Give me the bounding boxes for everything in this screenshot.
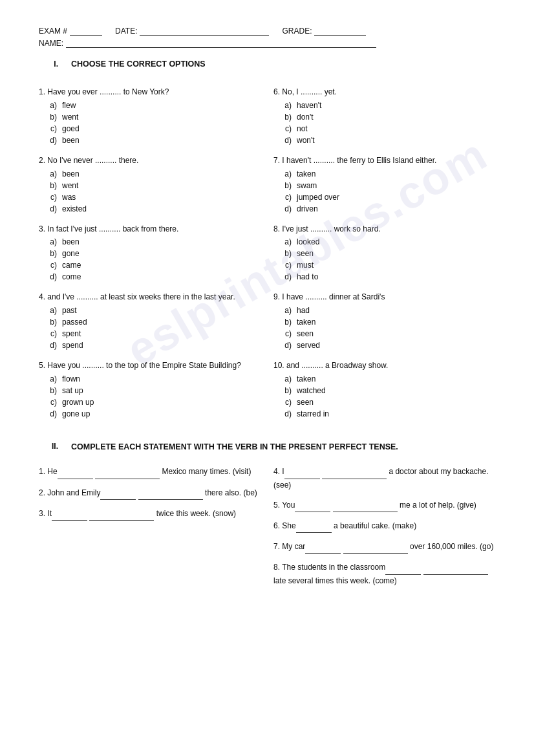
opt-text: seen (297, 328, 314, 340)
opt-label: d) (45, 408, 57, 420)
opt-label: a) (45, 236, 57, 248)
opt-label: d) (280, 271, 292, 283)
q-after: Mexico many times. (visit) (162, 467, 251, 476)
question-text: 4. and I've .......... at least six week… (39, 292, 261, 303)
q-after: there also. (be) (205, 488, 257, 497)
option-item: b)don't (280, 111, 495, 123)
question-text: 5. Have you .......... to the top of the… (39, 360, 261, 371)
question-block: 10. and .......... a Broadway show.a)tak… (273, 360, 495, 420)
option-item: c)grown up (45, 396, 261, 408)
name-line: NAME: (39, 38, 495, 48)
q-num: 1. (39, 467, 45, 476)
question-block: 3. In fact I've just .......... back fro… (39, 224, 261, 283)
opt-text: taken (297, 168, 315, 180)
opt-text: swam (297, 180, 317, 191)
opt-text: driven (297, 203, 318, 215)
fill-blank-question: 6. She a beautiful cake. (make) (273, 520, 495, 533)
grade-blank (314, 26, 366, 36)
option-item: c)jumped over (280, 191, 495, 203)
option-item: c)spent (45, 328, 261, 340)
option-item: c)seen (280, 328, 495, 340)
opt-label: a) (45, 100, 57, 111)
option-item: a)taken (280, 373, 495, 385)
section2-roman: II. (39, 442, 58, 451)
opt-text: gone up (62, 408, 90, 420)
opt-text: been (62, 236, 80, 248)
opt-label: b) (45, 180, 57, 191)
question-block: 1. Have you ever .......... to New York?… (39, 87, 261, 146)
opt-text: went (62, 111, 78, 123)
exam-blank (70, 26, 102, 36)
section2-title: COMPLETE EACH STATEMENT WITH THE VERB IN… (71, 442, 398, 453)
question-block: 2. No I've never .......... there.a)been… (39, 155, 261, 215)
fill-blank-question: 8. The students in the classroom late se… (273, 561, 495, 587)
opt-label: b) (280, 248, 292, 259)
section1-right-col: 6. No, I .......... yet.a)haven'tb)don't… (273, 87, 495, 429)
question-text: 3. In fact I've just .......... back fro… (39, 224, 261, 235)
blank1 (385, 561, 421, 574)
option-item: d)driven (280, 203, 495, 215)
section1-title: CHOOSE THE CORRECT OPTIONS (71, 59, 206, 69)
blank1 (52, 508, 87, 521)
opt-text: existed (62, 203, 87, 215)
opt-label: a) (280, 236, 292, 248)
opt-text: looked (297, 236, 319, 248)
option-item: c)was (45, 191, 261, 203)
q-num: 7. (273, 542, 280, 551)
q-text: It (47, 509, 52, 518)
question-block: 9. I have .......... dinner at Sardi'sa)… (273, 292, 495, 351)
q-after: twice this week. (snow) (156, 509, 236, 518)
option-item: c)came (45, 259, 261, 271)
option-item: b)gone (45, 248, 261, 259)
opt-label: c) (45, 328, 57, 340)
opt-label: c) (280, 396, 292, 408)
option-item: b)went (45, 111, 261, 123)
name-label: NAME: (39, 39, 63, 48)
opt-text: grown up (62, 396, 94, 408)
blank1 (305, 541, 341, 554)
date-label: DATE: (115, 27, 137, 36)
question-text: 6. No, I .......... yet. (273, 87, 495, 98)
blank2 (138, 487, 203, 500)
opt-text: spent (62, 328, 81, 340)
option-item: a)looked (280, 236, 495, 248)
opt-label: c) (280, 328, 292, 340)
option-item: d)come (45, 271, 261, 283)
opt-text: come (62, 271, 81, 283)
grade-field: GRADE: (282, 26, 366, 36)
blank1 (295, 499, 330, 512)
opt-label: d) (280, 408, 292, 420)
option-item: b)taken (280, 316, 495, 328)
opt-label: a) (45, 373, 57, 385)
blank1 (58, 466, 93, 479)
q-text: My car (282, 542, 305, 551)
opt-label: c) (280, 259, 292, 271)
opt-text: won't (297, 135, 315, 146)
section1-columns: 1. Have you ever .......... to New York?… (39, 87, 495, 429)
question-text: 7. I haven't .......... the ferry to Ell… (273, 155, 495, 166)
fill-blank-question: 5. You me a lot of help. (give) (273, 499, 495, 512)
opt-label: d) (45, 135, 57, 146)
opt-text: came (62, 259, 81, 271)
opt-label: c) (45, 123, 57, 135)
option-item: b)swam (280, 180, 495, 191)
opt-text: taken (297, 373, 315, 385)
section1-roman: I. (39, 59, 58, 69)
fill-blank-question: 4. I a doctor about my backache. (see) (273, 466, 495, 491)
fill-blank-question: 1. He Mexico many times. (visit) (39, 466, 261, 479)
question-block: 4. and I've .......... at least six week… (39, 292, 261, 351)
question-text: 2. No I've never .......... there. (39, 155, 261, 166)
opt-text: past (62, 305, 77, 316)
opt-text: passed (62, 316, 87, 328)
option-item: a)been (45, 168, 261, 180)
q-after: a beautiful cake. (make) (334, 521, 416, 530)
option-item: d)spend (45, 340, 261, 351)
opt-text: been (62, 168, 80, 180)
exam-field: EXAM # (39, 26, 102, 36)
opt-label: d) (280, 340, 292, 351)
blank2 (423, 561, 488, 574)
opt-text: sat up (62, 385, 83, 396)
exam-label: EXAM # (39, 27, 67, 36)
q-after: over 160,000 miles. (go) (410, 542, 493, 551)
option-item: b)seen (280, 248, 495, 259)
